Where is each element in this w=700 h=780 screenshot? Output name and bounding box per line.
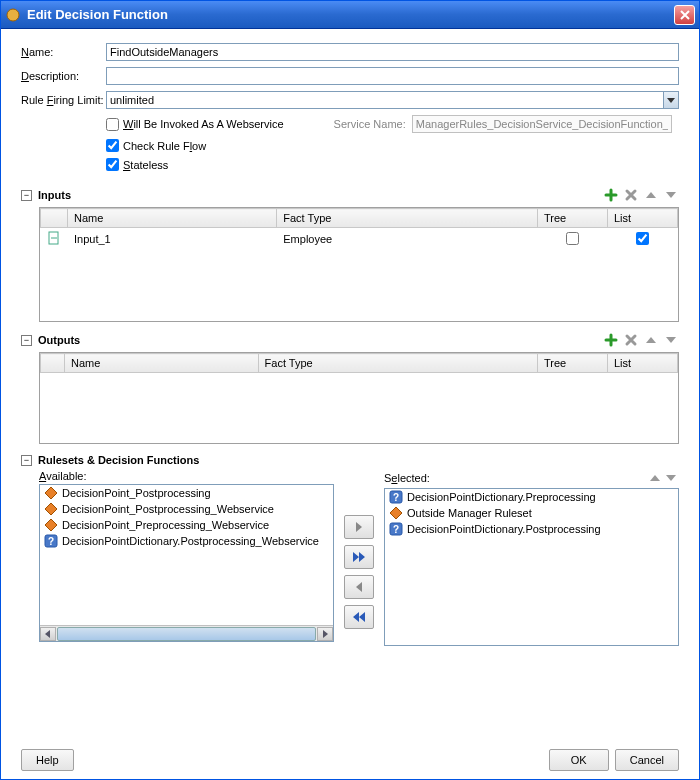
- shuttle-buttons: [344, 470, 374, 646]
- stateless-checkbox[interactable]: [106, 158, 119, 171]
- move-left-button[interactable]: [344, 575, 374, 599]
- outputs-col-tree: Tree: [538, 354, 608, 373]
- list-item[interactable]: Outside Manager Ruleset: [385, 505, 678, 521]
- list-item[interactable]: DecisionPoint_Postprocessing_Webservice: [40, 501, 333, 517]
- name-label: Name:: [21, 46, 106, 58]
- table-row[interactable]: Input_1 Employee: [41, 228, 678, 251]
- description-row: Description:: [21, 67, 679, 85]
- dialog-window: Edit Decision Function Name: Description…: [0, 0, 700, 780]
- move-right-button[interactable]: [344, 515, 374, 539]
- outputs-remove-button[interactable]: [623, 332, 639, 348]
- rulesets-collapse-toggle[interactable]: −: [21, 455, 32, 466]
- stateless-label: Stateless: [123, 159, 168, 171]
- input-fact-type[interactable]: Employee: [277, 228, 538, 251]
- inputs-col-tree: Tree: [538, 209, 608, 228]
- input-tree-checkbox[interactable]: [566, 232, 579, 245]
- scroll-right-button[interactable]: [317, 627, 333, 641]
- help-button[interactable]: Help: [21, 749, 74, 771]
- outputs-add-button[interactable]: [603, 332, 619, 348]
- svg-text:?: ?: [393, 524, 399, 535]
- check-rule-flow-row: Check Rule Flow: [106, 139, 679, 152]
- service-name-group: Service Name:: [334, 115, 672, 133]
- list-item[interactable]: ?DecisionPointDictionary.Preprocessing: [385, 489, 678, 505]
- inputs-move-down-button[interactable]: [663, 187, 679, 203]
- name-row: Name:: [21, 43, 679, 61]
- inputs-remove-button[interactable]: [623, 187, 639, 203]
- inputs-col-list: List: [608, 209, 678, 228]
- available-list[interactable]: DecisionPoint_Postprocessing DecisionPoi…: [39, 484, 334, 642]
- inputs-move-up-button[interactable]: [643, 187, 659, 203]
- available-column: Available: DecisionPoint_Postprocessing …: [39, 470, 334, 646]
- selected-move-up-button[interactable]: [647, 470, 663, 486]
- outputs-title: Outputs: [38, 334, 603, 346]
- app-icon: [5, 7, 21, 23]
- titlebar: Edit Decision Function: [1, 1, 699, 29]
- outputs-col-list: List: [608, 354, 678, 373]
- check-rule-flow-checkbox[interactable]: [106, 139, 119, 152]
- webservice-row: Will Be Invoked As A Webservice Service …: [106, 115, 679, 133]
- selected-move-down-button[interactable]: [663, 470, 679, 486]
- dialog-content: Name: Description: Rule Firing Limit: Wi…: [1, 29, 699, 779]
- inputs-title: Inputs: [38, 189, 603, 201]
- description-field[interactable]: [106, 67, 679, 85]
- outputs-move-up-button[interactable]: [643, 332, 659, 348]
- available-label: Available:: [39, 470, 334, 482]
- move-all-right-button[interactable]: [344, 545, 374, 569]
- input-list-checkbox[interactable]: [636, 232, 649, 245]
- rulesets-section: − Rulesets & Decision Functions Availabl…: [21, 454, 679, 646]
- check-rule-flow-label: Check Rule Flow: [123, 140, 206, 152]
- svg-point-0: [7, 9, 19, 21]
- scroll-left-button[interactable]: [40, 627, 56, 641]
- inputs-table: Name Fact Type Tree List Input_1 Employe…: [39, 207, 679, 322]
- outputs-collapse-toggle[interactable]: −: [21, 335, 32, 346]
- outputs-section: − Outputs Name Fact Type T: [21, 332, 679, 444]
- selected-label: Selected:: [384, 472, 647, 484]
- list-item[interactable]: DecisionPoint_Postprocessing: [40, 485, 333, 501]
- stateless-row: Stateless: [106, 158, 679, 171]
- selected-list[interactable]: ?DecisionPointDictionary.Preprocessing O…: [384, 488, 679, 646]
- outputs-col-fact-type: Fact Type: [258, 354, 537, 373]
- inputs-add-button[interactable]: [603, 187, 619, 203]
- horizontal-scrollbar[interactable]: [40, 625, 333, 641]
- list-item[interactable]: DecisionPoint_Preprocessing_Webservice: [40, 517, 333, 533]
- webservice-checkbox[interactable]: [106, 118, 119, 131]
- inputs-col-fact-type: Fact Type: [277, 209, 538, 228]
- inputs-col-name: Name: [68, 209, 277, 228]
- outputs-col-name: Name: [65, 354, 259, 373]
- inputs-section: − Inputs Name Fact Type Tr: [21, 187, 679, 322]
- dialog-footer: Help OK Cancel: [21, 737, 679, 771]
- inputs-collapse-toggle[interactable]: −: [21, 190, 32, 201]
- rulesets-title: Rulesets & Decision Functions: [38, 454, 679, 466]
- rule-firing-limit-label: Rule Firing Limit:: [21, 94, 106, 106]
- ok-button[interactable]: OK: [549, 749, 609, 771]
- list-item[interactable]: ?DecisionPointDictionary.Postprocessing: [385, 521, 678, 537]
- row-icon: [41, 228, 68, 251]
- rule-firing-limit-field[interactable]: [106, 91, 663, 109]
- cancel-button[interactable]: Cancel: [615, 749, 679, 771]
- list-item[interactable]: ?DecisionPointDictionary.Postprocessing_…: [40, 533, 333, 549]
- input-name[interactable]: Input_1: [68, 228, 277, 251]
- svg-text:?: ?: [48, 536, 54, 547]
- scroll-thumb[interactable]: [57, 627, 316, 641]
- move-all-left-button[interactable]: [344, 605, 374, 629]
- outputs-move-down-button[interactable]: [663, 332, 679, 348]
- close-button[interactable]: [674, 5, 695, 25]
- service-name-field: [412, 115, 672, 133]
- window-title: Edit Decision Function: [27, 7, 674, 22]
- service-name-label: Service Name:: [334, 118, 406, 130]
- webservice-label: Will Be Invoked As A Webservice: [123, 118, 284, 130]
- rule-firing-limit-row: Rule Firing Limit:: [21, 91, 679, 109]
- description-label: Description:: [21, 70, 106, 82]
- outputs-table: Name Fact Type Tree List: [39, 352, 679, 444]
- name-field[interactable]: [106, 43, 679, 61]
- svg-text:?: ?: [393, 492, 399, 503]
- selected-column: Selected: ?DecisionPointDictionary.Prepr…: [384, 470, 679, 646]
- rule-firing-limit-dropdown-button[interactable]: [663, 91, 679, 109]
